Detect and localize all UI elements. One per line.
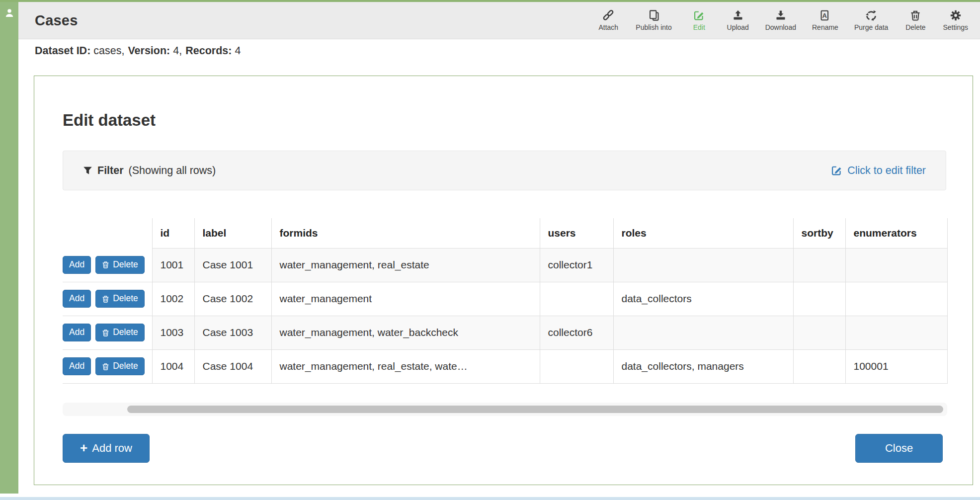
cell-roles[interactable] [613,316,793,349]
column-header-users: users [540,218,613,248]
toolbar-item-label: Delete [905,23,925,31]
cell-roles[interactable]: data_collectors [613,282,793,316]
toolbar-attach[interactable]: Attach [597,10,620,31]
cell-actions: AddDelete [63,349,152,383]
row-add-button[interactable]: Add [63,256,91,274]
horizontal-scrollbar[interactable] [63,403,947,416]
trash-icon [102,295,109,303]
close-button[interactable]: Close [855,434,943,463]
row-add-button[interactable]: Add [63,290,91,308]
row-delete-button[interactable]: Delete [95,290,145,308]
toolbar-item-label: Attach [598,23,618,31]
table-header-row: idlabelformidsusersrolessortbyenumerator… [63,218,947,248]
cell-actions: AddDelete [63,248,152,282]
row-add-button[interactable]: Add [63,324,91,341]
page: Cases AttachPublish intoEditUploadDownlo… [0,0,980,500]
cell-enumerators[interactable] [845,282,947,316]
toolbar-settings[interactable]: Settings [943,10,968,31]
cell-users[interactable]: collector1 [540,248,613,282]
toolbar-item-label: Upload [727,23,749,31]
cell-sortby[interactable] [793,316,845,349]
row-add-button[interactable]: Add [63,357,91,375]
user-icon[interactable] [4,8,14,18]
trash-icon [102,329,109,336]
meta-label: Records: [185,45,232,57]
table-row: AddDelete1003Case 1003water_management, … [63,316,947,349]
toolbar-edit[interactable]: Edit [688,10,711,31]
header-bar: Cases AttachPublish intoEditUploadDownlo… [18,2,980,39]
column-header-id: id [152,218,194,248]
table-row: AddDelete1002Case 1002water_managementda… [63,282,947,316]
cell-users[interactable] [540,349,613,383]
toolbar-publish-into[interactable]: Publish into [636,10,671,31]
toolbar-delete[interactable]: Delete [904,10,927,31]
row-delete-button[interactable]: Delete [95,357,145,375]
cell-enumerators[interactable]: 100001 [845,349,947,383]
cell-enumerators[interactable] [845,248,947,282]
cell-id[interactable]: 1003 [152,316,194,349]
cell-label[interactable]: Case 1003 [194,316,271,349]
filter-summary: Filter (Showing all rows) [83,165,216,177]
toolbar-purge-data[interactable]: Purge data [854,10,889,31]
dataset-table-wrap: idlabelformidsusersrolessortbyenumerator… [63,218,946,384]
column-header-formids: formids [271,218,540,248]
toolbar-item-label: Settings [943,23,968,31]
toolbar-download[interactable]: Download [765,10,796,31]
column-header-enumerators: enumerators [845,218,947,248]
cell-formids[interactable]: water_management, water_backcheck [271,316,540,349]
filter-label: Filter [97,165,124,177]
meta-value: cases, [93,45,124,57]
add-row-button[interactable]: + Add row [63,434,150,463]
panel-title: Edit dataset [63,111,973,130]
toolbar: AttachPublish intoEditUploadDownloadRena… [597,10,968,31]
scrollbar-thumb[interactable] [127,406,943,413]
recycle-icon [866,10,877,21]
download-icon [775,10,786,21]
cell-formids[interactable]: water_management [271,282,540,316]
toolbar-item-label: Purge data [854,23,889,31]
cell-sortby[interactable] [793,349,845,383]
cell-roles[interactable]: data_collectors, managers [613,349,793,383]
cell-label[interactable]: Case 1002 [194,282,271,316]
rename-icon [819,10,830,21]
toolbar-item-label: Publish into [636,23,671,31]
toolbar-rename[interactable]: Rename [812,10,838,31]
edit-dataset-panel: Edit dataset Filter (Showing all rows) C… [34,76,973,485]
edit-filter-link[interactable]: Click to edit filter [831,165,926,177]
cell-label[interactable]: Case 1001 [194,248,271,282]
cell-id[interactable]: 1001 [152,248,194,282]
column-header-label: label [194,218,271,248]
row-delete-button[interactable]: Delete [95,256,145,274]
cell-users[interactable]: collector6 [540,316,613,349]
cell-sortby[interactable] [793,282,845,316]
toolbar-upload[interactable]: Upload [727,10,749,31]
cell-roles[interactable] [613,248,793,282]
toolbar-item-label: Edit [693,23,705,31]
upload-icon [733,10,743,21]
dataset-table: idlabelformidsusersrolessortbyenumerator… [63,218,948,384]
cell-formids[interactable]: water_management, real_estate [271,248,540,282]
cell-id[interactable]: 1002 [152,282,194,316]
trash-icon [102,363,109,370]
panel-footer: + Add row Close [63,434,943,463]
toolbar-item-label: Rename [812,23,838,31]
dataset-meta: Dataset ID: cases,Version: 4,Records: 4 [35,45,244,57]
cell-actions: AddDelete [63,316,152,349]
funnel-icon [83,166,92,175]
cell-formids[interactable]: water_management, real_estate, wate… [271,349,540,383]
copy-icon [649,10,659,21]
cell-label[interactable]: Case 1004 [194,349,271,383]
meta-value: 4 [235,45,241,57]
toolbar-item-label: Download [765,23,796,31]
meta-value: 4, [173,45,182,57]
cell-actions: AddDelete [63,282,152,316]
row-delete-button[interactable]: Delete [95,324,145,341]
column-header-roles: roles [613,218,793,248]
cell-users[interactable] [540,282,613,316]
sidebar [0,0,18,494]
cell-enumerators[interactable] [845,316,947,349]
top-accent-line [0,0,980,2]
table-body: AddDelete1001Case 1001water_management, … [63,248,947,383]
cell-id[interactable]: 1004 [152,349,194,383]
cell-sortby[interactable] [793,248,845,282]
